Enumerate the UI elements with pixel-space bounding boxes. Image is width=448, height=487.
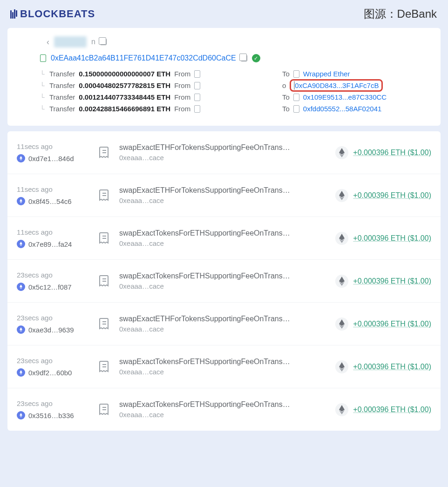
- tx-row[interactable]: 11secs ago 0x7e89…fa24 swapExactTokensFo…: [7, 217, 441, 260]
- tx-contract: 0xeaaa…cace: [119, 368, 335, 376]
- tx-contract: 0xeaaa…cace: [119, 239, 335, 247]
- tx-hash-line: 0x7e89…fa24: [17, 240, 96, 248]
- tx-value: +0.000396 ETH ($1.00): [353, 320, 431, 328]
- from-doc-icon: [194, 70, 200, 78]
- transfer-dest-link[interactable]: 0xfdd05552...58AF02041: [303, 105, 381, 113]
- tx-left-col: 23secs ago 0x9df2…60b0: [17, 357, 96, 377]
- tx-hash-line: 0x9df2…60b0: [17, 368, 96, 377]
- transfer-label: Transfer: [49, 81, 75, 89]
- top-row: ‹ n: [40, 36, 430, 47]
- tx-timestamp: 23secs ago: [17, 357, 96, 365]
- transfer-dest-link[interactable]: 0xCA90D843...3F1AFc7cB: [295, 81, 379, 89]
- tx-method: swapExactTokensForETHSupportingFeeOnTran…: [119, 272, 292, 280]
- tx-row[interactable]: 23secs ago 0xae3d…9639 swapExactETHForTo…: [7, 303, 441, 345]
- transfer-dest-link[interactable]: Wrapped Ether: [303, 70, 350, 78]
- logo-mark-icon: [10, 9, 17, 19]
- verified-icon: ✓: [252, 54, 260, 62]
- transfer-line: └ Transfer 0.150000000000000007 ETH From…: [40, 68, 430, 80]
- transfer-label: Transfer: [49, 93, 75, 101]
- receipt-icon: [96, 316, 113, 332]
- tree-connector-icon: └: [40, 105, 46, 113]
- eth-token-icon: [335, 360, 348, 373]
- tx-hash-link[interactable]: 0x8f45…54c6: [28, 197, 72, 205]
- dest-doc-icon: [293, 94, 299, 101]
- transfer-line: └ Transfer 0.000404802577782815 ETH From…: [40, 80, 430, 91]
- contract-address-link[interactable]: 0xEAaa41cB2a64B11FE761D41E747c032CdD60Ca…: [51, 54, 236, 62]
- tx-row[interactable]: 11secs ago 0x8f45…54c6 swapExactETHForTo…: [7, 174, 441, 217]
- tx-value: +0.000396 ETH ($1.00): [353, 277, 431, 285]
- receipt-icon: [96, 358, 113, 375]
- eth-token-icon: [335, 275, 348, 288]
- tx-row[interactable]: 11secs ago 0xd7e1…846d swapExactETHForTo…: [7, 131, 441, 174]
- contract-doc-icon: [40, 54, 46, 62]
- chain-badge-icon: [17, 325, 25, 334]
- chain-badge-icon: [17, 197, 25, 205]
- tx-mid-col: swapExactTokensForETHSupportingFeeOnTran…: [119, 400, 335, 419]
- transfer-amount: 0.150000000000000007 ETH: [79, 70, 170, 78]
- tx-method: swapExactTokensForETHSupportingFeeOnTran…: [119, 400, 292, 409]
- tx-method: swapExactETHForTokensSupportingFeeOnTran…: [119, 315, 292, 323]
- chain-badge-icon: [17, 154, 25, 162]
- tx-timestamp: 11secs ago: [17, 142, 96, 150]
- tx-hash-line: 0x3516…b336: [17, 411, 96, 419]
- tx-hash-link[interactable]: 0x7e89…fa24: [28, 240, 72, 248]
- tx-left-col: 11secs ago 0x8f45…54c6: [17, 185, 96, 205]
- tx-contract: 0xeaaa…cace: [119, 196, 335, 204]
- logo-text: BLOCKBEATS: [20, 8, 95, 20]
- tx-hash-link[interactable]: 0x5c12…f087: [28, 283, 72, 291]
- tx-hash-line: 0x5c12…f087: [17, 283, 96, 291]
- tx-hash-link[interactable]: 0x9df2…60b0: [28, 369, 72, 377]
- transfer-amount: 0.000404802577782815 ETH: [79, 81, 170, 89]
- dest-doc-icon: [293, 70, 299, 78]
- tx-method: swapExactTokensForETHSupportingFeeOnTran…: [119, 229, 292, 237]
- tx-right-col: +0.000396 ETH ($1.00): [335, 146, 431, 159]
- tx-value: +0.000396 ETH ($1.00): [353, 406, 431, 414]
- tx-left-col: 23secs ago 0x5c12…f087: [17, 271, 96, 291]
- back-icon[interactable]: ‹: [47, 37, 49, 47]
- source-label: 图源：DeBank: [364, 7, 437, 21]
- tx-mid-col: swapExactETHForTokensSupportingFeeOnTran…: [119, 186, 335, 204]
- receipt-icon: [96, 401, 113, 418]
- tx-row[interactable]: 23secs ago 0x5c12…f087 swapExactTokensFo…: [7, 260, 441, 303]
- tx-value: +0.000396 ETH ($1.00): [353, 363, 431, 371]
- tx-hash-line: 0xd7e1…846d: [17, 154, 96, 162]
- transfer-dest: To 0x109E9513...e87C330CC: [282, 93, 387, 101]
- tx-contract: 0xeaaa…cace: [119, 325, 335, 333]
- from-doc-icon: [194, 105, 200, 113]
- tx-contract: 0xeaaa…cace: [119, 154, 335, 162]
- copy-icon[interactable]: [100, 39, 107, 45]
- tx-method: swapExactTokensForETHSupportingFeeOnTran…: [119, 358, 292, 366]
- transfer-amount: 0.002428815466696891 ETH: [79, 105, 170, 113]
- tx-hash-line: 0x8f45…54c6: [17, 197, 96, 205]
- transfer-label: Transfer: [49, 105, 75, 113]
- tx-timestamp: 11secs ago: [17, 185, 96, 193]
- transfer-dest-link[interactable]: 0x109E9513...e87C330CC: [303, 93, 387, 101]
- tx-hash-link[interactable]: 0xd7e1…846d: [28, 155, 74, 162]
- tx-timestamp: 23secs ago: [17, 314, 96, 322]
- tx-left-col: 11secs ago 0x7e89…fa24: [17, 228, 96, 248]
- transfer-dest: To 0xfdd05552...58AF02041: [282, 105, 381, 113]
- from-label: From: [174, 70, 190, 78]
- tx-hash-link[interactable]: 0xae3d…9639: [28, 326, 74, 334]
- redacted-block: [54, 36, 87, 47]
- eth-token-icon: [335, 146, 348, 159]
- transfer-amount: 0.001214407733348445 ETH: [79, 93, 170, 101]
- tx-mid-col: swapExactTokensForETHSupportingFeeOnTran…: [119, 272, 335, 290]
- tree-connector-icon: └: [40, 82, 46, 89]
- tx-left-col: 23secs ago 0xae3d…9639: [17, 314, 96, 334]
- contract-address-row: 0xEAaa41cB2a64B11FE761D41E747c032CdD60Ca…: [40, 54, 430, 62]
- tx-row[interactable]: 23secs ago 0x9df2…60b0 swapExactTokensFo…: [7, 345, 441, 388]
- tx-left-col: 23secs ago 0x3516…b336: [17, 399, 96, 419]
- tree-connector-icon: └: [40, 94, 46, 101]
- transfer-list: └ Transfer 0.150000000000000007 ETH From…: [40, 68, 430, 115]
- logo: BLOCKBEATS: [10, 8, 95, 20]
- tx-right-col: +0.000396 ETH ($1.00): [335, 232, 431, 245]
- receipt-icon: [96, 273, 113, 290]
- transfer-dest: To Wrapped Ether: [282, 70, 350, 78]
- tx-hash-link[interactable]: 0x3516…b336: [28, 412, 74, 419]
- tx-contract: 0xeaaa…cace: [119, 282, 335, 290]
- tx-right-col: +0.000396 ETH ($1.00): [335, 318, 431, 331]
- tx-row[interactable]: 23secs ago 0x3516…b336 swapExactTokensFo…: [7, 388, 441, 431]
- from-label: From: [174, 105, 190, 113]
- copy-address-icon[interactable]: [241, 55, 247, 61]
